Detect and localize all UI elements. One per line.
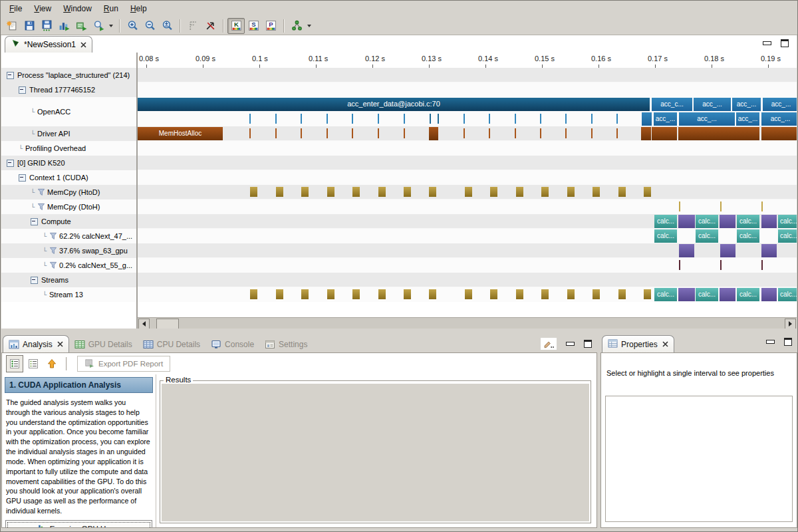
interval[interactable] bbox=[327, 289, 334, 299]
new-session-button[interactable] bbox=[3, 18, 21, 34]
tree-row-driver-api[interactable]: └Driver API bbox=[1, 126, 136, 141]
interval-tick[interactable] bbox=[438, 114, 439, 124]
tab-properties[interactable]: Properties bbox=[602, 335, 674, 352]
zoom-fit-button[interactable] bbox=[158, 18, 176, 34]
interval-tick[interactable] bbox=[327, 128, 328, 138]
interval[interactable] bbox=[516, 187, 523, 197]
interval-tick[interactable] bbox=[540, 128, 541, 138]
interval[interactable] bbox=[404, 289, 411, 299]
interval-tick[interactable] bbox=[679, 201, 680, 211]
interval-tick[interactable] bbox=[352, 114, 353, 124]
tab-settings[interactable]: Settings bbox=[259, 336, 313, 352]
process-timeline-button[interactable]: P bbox=[262, 18, 279, 34]
interval-acc[interactable]: acc_... bbox=[654, 112, 677, 126]
goto-marker-button[interactable] bbox=[201, 18, 219, 34]
tree-row-memcpy-htod[interactable]: └MemCpy (HtoD) bbox=[1, 185, 136, 200]
interval[interactable] bbox=[642, 112, 652, 126]
interval[interactable] bbox=[301, 187, 309, 197]
menu-help[interactable]: Help bbox=[124, 2, 153, 15]
interval[interactable] bbox=[644, 187, 651, 197]
tree-row-62-2-calcnext-47[interactable]: └62.2% calcNext_47_... bbox=[1, 229, 136, 243]
interval[interactable] bbox=[618, 289, 626, 299]
interval[interactable] bbox=[593, 289, 600, 299]
interval-acc[interactable]: acc_... bbox=[694, 98, 731, 111]
collapse-toggle[interactable] bbox=[31, 277, 38, 284]
maximize-icon[interactable] bbox=[781, 39, 789, 47]
interval-calc[interactable]: calc... bbox=[737, 288, 759, 301]
interval-calc[interactable]: calc... bbox=[696, 229, 718, 243]
interval-calc[interactable]: calc... bbox=[654, 288, 677, 301]
interval-acc[interactable]: acc_... bbox=[761, 112, 797, 126]
interval[interactable] bbox=[250, 187, 257, 197]
interval[interactable] bbox=[276, 187, 283, 197]
interval-tick[interactable] bbox=[515, 128, 516, 138]
interval-calc[interactable]: calc... bbox=[778, 288, 797, 301]
zoom-in-button[interactable] bbox=[124, 18, 141, 34]
interval[interactable] bbox=[761, 244, 777, 257]
interval-tick[interactable] bbox=[761, 260, 763, 270]
interval-tick[interactable] bbox=[591, 114, 593, 124]
interval[interactable] bbox=[567, 289, 575, 299]
tab-session[interactable]: *NewSession1 bbox=[5, 36, 92, 53]
maximize-icon[interactable] bbox=[584, 340, 592, 348]
interval[interactable] bbox=[761, 215, 777, 228]
interval[interactable] bbox=[429, 187, 436, 197]
interval[interactable] bbox=[567, 187, 575, 197]
close-icon[interactable] bbox=[662, 341, 668, 347]
interval-tick[interactable] bbox=[430, 114, 431, 124]
interval-tick[interactable] bbox=[327, 114, 328, 124]
interval[interactable] bbox=[301, 289, 309, 299]
stream-timeline-button[interactable]: S bbox=[245, 18, 262, 34]
interval-tick[interactable] bbox=[720, 260, 722, 270]
interval-tick[interactable] bbox=[352, 128, 353, 138]
interval[interactable] bbox=[490, 289, 497, 299]
examine-gpu-usage-button[interactable]: Examine GPU Usage bbox=[5, 520, 152, 527]
interval-tick[interactable] bbox=[464, 114, 465, 124]
tree-row-memcpy-dtoh[interactable]: └MemCpy (DtoH) bbox=[1, 200, 136, 214]
interval-calc[interactable]: calc... bbox=[654, 215, 677, 228]
interval[interactable] bbox=[465, 289, 472, 299]
menu-window[interactable]: Window bbox=[57, 2, 98, 15]
interval[interactable] bbox=[720, 288, 735, 301]
interval-tick[interactable] bbox=[489, 114, 490, 124]
collapse-toggle[interactable] bbox=[7, 72, 14, 79]
tree-row-stream-13[interactable]: └Stream 13 bbox=[1, 287, 136, 302]
interval-tick[interactable] bbox=[761, 201, 763, 211]
interval[interactable] bbox=[404, 187, 411, 197]
view-menu-icon[interactable] bbox=[541, 338, 557, 350]
guided-analysis-button[interactable] bbox=[6, 355, 23, 372]
interval-tick[interactable] bbox=[404, 114, 405, 124]
interval[interactable] bbox=[593, 187, 600, 197]
collapse-toggle[interactable] bbox=[19, 174, 26, 182]
interval-tick[interactable] bbox=[378, 114, 379, 124]
interval-tick[interactable] bbox=[679, 260, 680, 270]
tree-row-compute[interactable]: Compute bbox=[1, 214, 136, 229]
interval[interactable] bbox=[352, 289, 360, 299]
interval-tick[interactable] bbox=[275, 128, 277, 138]
interval-tick[interactable] bbox=[301, 128, 302, 138]
interval[interactable] bbox=[652, 127, 677, 140]
interval[interactable] bbox=[276, 289, 283, 299]
analysis-topology-button[interactable] bbox=[288, 18, 305, 34]
interval-calc[interactable]: calc... bbox=[778, 229, 797, 243]
interval[interactable] bbox=[761, 127, 797, 140]
interval-acc[interactable]: acc_... bbox=[736, 112, 759, 126]
minimize-icon[interactable] bbox=[766, 340, 775, 344]
interval-calc[interactable]: calc... bbox=[696, 215, 718, 228]
tree-row-thread-1777465152[interactable]: Thread 1777465152 bbox=[1, 82, 136, 97]
interval[interactable] bbox=[429, 289, 436, 299]
interval[interactable] bbox=[465, 187, 472, 197]
interval[interactable] bbox=[490, 187, 497, 197]
tab-gpu-details[interactable]: GPU Details bbox=[69, 336, 138, 352]
interval-tick[interactable] bbox=[720, 201, 722, 211]
interval-calc[interactable]: calc... bbox=[696, 288, 718, 301]
tree-row-0-2-calcnext-55-g[interactable]: └0.2% calcNext_55_g... bbox=[1, 258, 136, 273]
interval-tick[interactable] bbox=[249, 114, 251, 124]
interval-acc-enter-data-jacobi-c-70[interactable]: acc_enter_data@jacobi.c:70 bbox=[138, 98, 650, 111]
interval[interactable] bbox=[250, 289, 257, 299]
interval[interactable] bbox=[516, 289, 523, 299]
interval-tick[interactable] bbox=[565, 114, 567, 124]
analysis-topology-dropdown-caret[interactable] bbox=[307, 25, 311, 27]
interval-calc[interactable]: calc... bbox=[737, 229, 759, 243]
interval-tick[interactable] bbox=[489, 128, 490, 138]
